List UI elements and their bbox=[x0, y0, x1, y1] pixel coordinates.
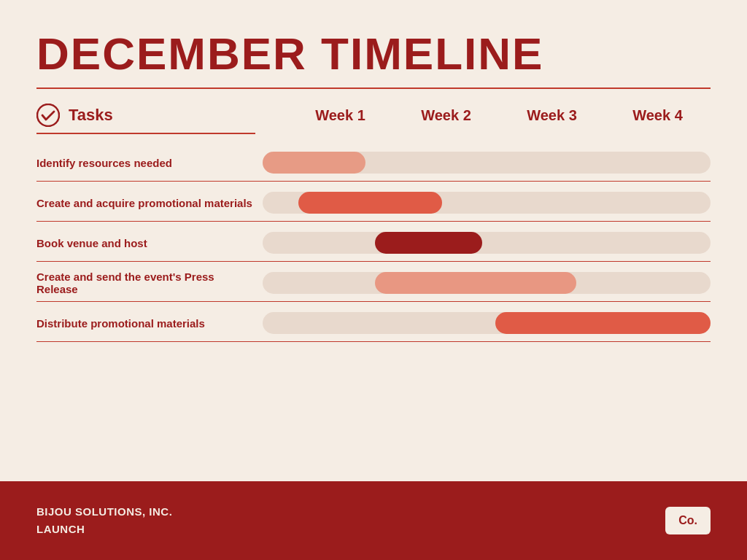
title-divider bbox=[36, 88, 711, 89]
gantt-area-2 bbox=[263, 189, 711, 217]
table-header: Tasks Week 1 Week 2 Week 3 Week 4 bbox=[36, 104, 711, 127]
week1-header: Week 1 bbox=[287, 107, 393, 124]
gantt-bg-3 bbox=[263, 232, 711, 254]
gantt-bar-3 bbox=[375, 232, 482, 254]
gantt-bar-2 bbox=[298, 192, 441, 214]
task-label-5: Distribute promotional materials bbox=[36, 317, 255, 330]
footer-logo: Co. bbox=[665, 507, 711, 534]
gantt-area-4 bbox=[263, 269, 711, 297]
task-label-2: Create and acquire promotional materials bbox=[36, 197, 255, 209]
task-label-1: Identify resources needed bbox=[36, 157, 255, 169]
footer: BIJOU SOLUTIONS, INC. LAUNCH Co. bbox=[0, 481, 747, 560]
tasks-column-header: Tasks bbox=[69, 106, 280, 125]
company-subtitle: LAUNCH bbox=[36, 521, 172, 538]
gantt-area-3 bbox=[263, 229, 711, 257]
main-content: DECEMBER TIMELINE Tasks Week 1 Week 2 We… bbox=[0, 0, 747, 481]
title-section: DECEMBER TIMELINE bbox=[36, 29, 711, 89]
gantt-bar-5 bbox=[495, 312, 711, 334]
gantt-bar-1 bbox=[263, 152, 365, 174]
week3-header: Week 3 bbox=[499, 107, 605, 124]
table-row: Distribute promotional materials bbox=[36, 302, 711, 342]
company-name: BIJOU SOLUTIONS, INC. bbox=[36, 503, 172, 521]
svg-point-0 bbox=[37, 104, 59, 126]
table-row: Create and send the event's Press Releas… bbox=[36, 262, 711, 302]
gantt-area-5 bbox=[263, 309, 711, 337]
task-label-3: Book venue and host bbox=[36, 237, 255, 249]
page-title: DECEMBER TIMELINE bbox=[36, 29, 711, 79]
table-row: Book venue and host bbox=[36, 222, 711, 262]
table-row: Identify resources needed bbox=[36, 141, 711, 182]
header-divider bbox=[36, 133, 255, 134]
week4-header: Week 4 bbox=[605, 107, 711, 124]
table-row: Create and acquire promotional materials bbox=[36, 182, 711, 222]
check-icon bbox=[36, 104, 60, 127]
task-rows: Identify resources needed Create and acq… bbox=[36, 141, 711, 342]
footer-company: BIJOU SOLUTIONS, INC. LAUNCH bbox=[36, 503, 172, 538]
week-headers: Week 1 Week 2 Week 3 Week 4 bbox=[287, 107, 711, 124]
gantt-bar-4 bbox=[375, 272, 576, 294]
task-label-4: Create and send the event's Press Releas… bbox=[36, 271, 255, 295]
gantt-area-1 bbox=[263, 149, 711, 176]
week2-header: Week 2 bbox=[393, 107, 499, 124]
